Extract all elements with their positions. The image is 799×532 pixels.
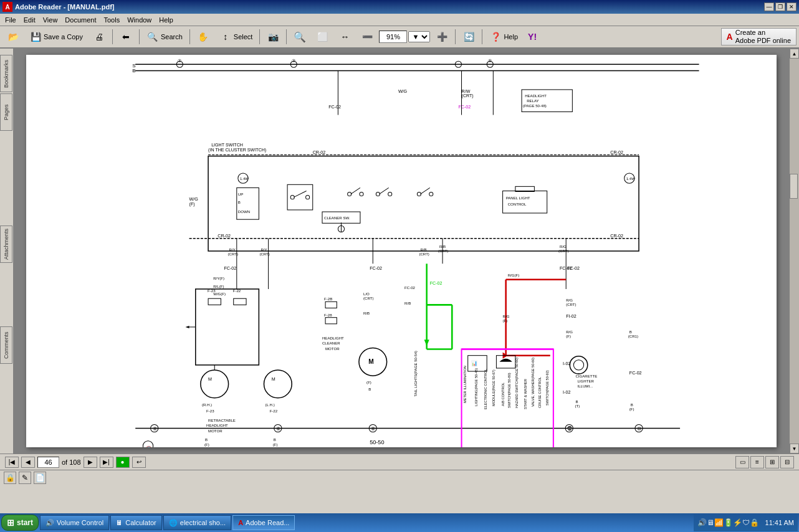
zoom-plus-button[interactable]: ➕ (431, 28, 452, 45)
attachments-tab[interactable]: Attachments (0, 226, 12, 263)
svg-line-38 (294, 191, 306, 197)
menu-window[interactable]: Window (123, 15, 155, 25)
next-page-button[interactable]: ▶ (84, 457, 97, 468)
help-button[interactable]: ❓ Help (485, 28, 522, 45)
svg-text:⑤: ⑤ (488, 59, 492, 64)
snapshot-button[interactable]: 📷 (262, 28, 284, 45)
zoom-out-button[interactable]: 🔍 (289, 28, 310, 45)
svg-text:(CRT): (CRT) (259, 252, 269, 256)
svg-marker-131 (424, 340, 429, 346)
taskbar-calculator[interactable]: 🖩 Calculator (110, 515, 162, 530)
prev-page-button[interactable]: ◀ (21, 457, 35, 468)
zoom-minus-button[interactable]: ➖ (356, 28, 378, 45)
menu-edit[interactable]: Edit (20, 15, 39, 25)
svg-rect-82 (196, 289, 259, 365)
svg-text:(CRT): (CRT) (228, 252, 238, 256)
save-copy-button[interactable]: 💾 Save a Copy (25, 28, 87, 45)
help-icon: ❓ (489, 31, 502, 43)
scroll-up-button[interactable]: ▲ (790, 49, 799, 59)
view-full-button[interactable]: ⊟ (780, 456, 794, 468)
svg-text:CIGARETTE: CIGARETTE (575, 374, 597, 378)
search-button[interactable]: 🔍 Search (142, 28, 187, 45)
restore-button[interactable]: ❒ (775, 2, 785, 11)
minimize-button[interactable]: — (764, 2, 774, 11)
zoom-plus-icon: ➕ (436, 31, 448, 43)
start-button[interactable]: ⊞ start (1, 515, 39, 531)
adobe-taskbar-icon: A (238, 519, 243, 526)
svg-point-46 (388, 192, 392, 196)
zoom-minus-icon: ➖ (361, 31, 373, 43)
menu-file[interactable]: File (1, 15, 20, 25)
svg-text:B: B (629, 330, 632, 334)
zoom-dropdown[interactable]: ▼ (408, 31, 430, 42)
close-button[interactable]: ✕ (787, 2, 797, 11)
hand-tool-button[interactable]: ✋ (193, 28, 214, 45)
svg-text:HEADLIGHT: HEADLIGHT (322, 336, 344, 340)
fit-width-button[interactable]: ↔ (334, 28, 355, 45)
rewind-button[interactable]: ↩ (132, 457, 146, 468)
svg-text:HAZARD SWITCH(PAGE 50-60): HAZARD SWITCH(PAGE 50-60) (515, 358, 519, 408)
scroll-down-button[interactable]: ▼ (790, 444, 799, 454)
zoom-input[interactable] (379, 31, 407, 43)
view-facing-button[interactable]: ⊞ (765, 456, 779, 468)
svg-text:(PAGE 50-48): (PAGE 50-48) (523, 103, 547, 108)
svg-text:HEADLIGHT: HEADLIGHT (206, 423, 228, 427)
last-page-button[interactable]: ▶| (100, 457, 113, 468)
bookmarks-tab[interactable]: Bookmarks (0, 55, 12, 92)
svg-text:M: M (368, 358, 373, 365)
svg-point-89 (201, 370, 229, 398)
scroll-thumb[interactable] (790, 174, 798, 199)
svg-text:B: B (205, 437, 208, 442)
svg-text:(F): (F) (273, 442, 278, 447)
open-button[interactable]: 📂 (2, 28, 24, 45)
svg-text:B: B (368, 387, 371, 391)
toolbar-sep-1 (112, 29, 113, 44)
yahoo-button[interactable]: Y! (524, 28, 541, 45)
taskbar-volume-control[interactable]: 🔊 Volume Control (40, 515, 109, 530)
fit-page-button[interactable]: ⬜ (312, 28, 333, 45)
select-tool-button[interactable]: ↕ Select (215, 28, 257, 45)
menu-tools[interactable]: Tools (100, 15, 124, 25)
toolbar-sep-2 (139, 29, 140, 44)
pages-tab[interactable]: Pages (0, 93, 12, 131)
svg-text:MOTOR: MOTOR (325, 346, 340, 351)
svg-rect-121 (325, 318, 337, 324)
svg-text:(CR1): (CR1) (628, 334, 638, 338)
print-button[interactable]: 🖨 (89, 28, 110, 45)
back-button[interactable]: ⬅ (115, 28, 136, 45)
play-button[interactable]: ● (116, 457, 130, 468)
sign-icon[interactable]: ✎ (19, 472, 31, 484)
svg-text:F-28: F-28 (324, 313, 332, 317)
zoom-out-icon: 🔍 (294, 31, 306, 43)
menu-document[interactable]: Document (61, 15, 100, 25)
svg-text:RETRACTABLE: RETRACTABLE (208, 418, 236, 422)
menu-help[interactable]: Help (155, 15, 177, 25)
view-continuous-button[interactable]: ≡ (750, 456, 764, 468)
taskbar-browser[interactable]: 🌐 electrical sho... (163, 515, 231, 530)
page-number-input[interactable] (37, 457, 59, 468)
toolbar-sep-4 (259, 29, 260, 44)
rotate-button[interactable]: 🔄 (458, 28, 479, 45)
window-title: Adobe Reader - [MANUAL.pdf] (15, 3, 115, 11)
taskbar-adobe-reader[interactable]: A Adobe Read... (232, 515, 295, 530)
svg-text:LIGHTING(PAGE 50-45): LIGHTING(PAGE 50-45) (474, 368, 478, 406)
svg-rect-119 (325, 302, 337, 308)
menu-view[interactable]: View (39, 15, 62, 25)
back-icon: ⬅ (120, 31, 132, 43)
security-icon[interactable]: 🔒 (4, 472, 16, 484)
view-single-button[interactable]: ▭ (735, 456, 749, 468)
svg-text:R/G: R/G (566, 298, 573, 302)
cursor-icon: ↕ (219, 31, 232, 43)
status-icon-3[interactable]: 📄 (34, 472, 46, 484)
first-page-button[interactable]: |◀ (5, 457, 19, 468)
comments-tab[interactable]: Comments (0, 326, 12, 364)
adobe-online-button[interactable]: A Create an Adobe PDF online (721, 28, 797, 45)
system-tray: 🔊🖥📶🔋⚡🛡🔒 11:41 AM (694, 514, 798, 531)
svg-text:CLEANER SW.: CLEANER SW. (324, 216, 350, 220)
wiring-diagram: S B ② ③ ⑤ FC-02 FC-02 W/G R/W (CRT (26, 55, 777, 447)
help-label: Help (504, 33, 518, 40)
svg-text:R/Y: R/Y (261, 247, 267, 252)
select-label: Select (234, 33, 253, 40)
svg-text:START & WASHER: START & WASHER (524, 379, 527, 409)
svg-text:B: B (274, 437, 276, 442)
